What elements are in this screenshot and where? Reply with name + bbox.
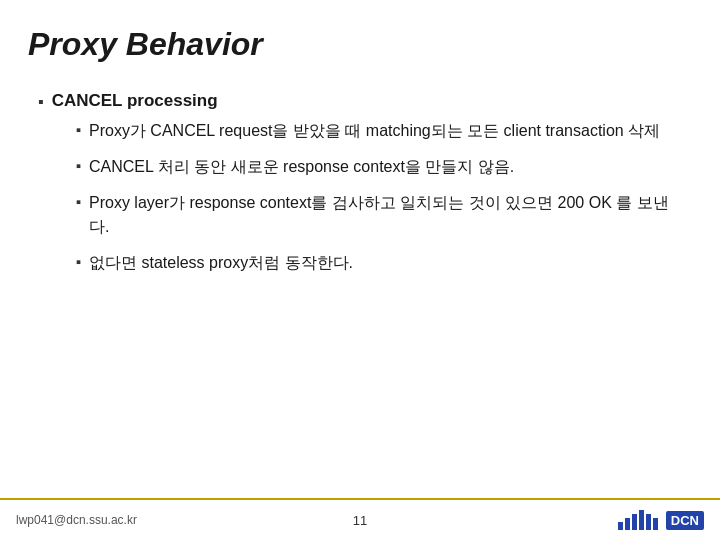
footer: lwp041@dcn.ssu.ac.kr 11 DCN <box>0 498 720 540</box>
level1-content: CANCEL processing ▪ Proxy가 CANCEL reques… <box>52 91 684 287</box>
page-title: Proxy Behavior <box>28 26 684 63</box>
item-text-3: Proxy layer가 response context를 검사하고 일치되는… <box>89 191 684 239</box>
content-area: ▪ CANCEL processing ▪ Proxy가 CANCEL requ… <box>38 91 684 287</box>
footer-logo: DCN <box>618 510 704 530</box>
list-item: ▪ Proxy layer가 response context를 검사하고 일치… <box>76 191 684 239</box>
item-text-4: 없다면 stateless proxy처럼 동작한다. <box>89 251 353 275</box>
level1-label: CANCEL processing <box>52 91 218 110</box>
bullet2-icon: ▪ <box>76 157 81 174</box>
item-text-1: Proxy가 CANCEL request을 받았을 때 matching되는 … <box>89 119 660 143</box>
footer-email: lwp041@dcn.ssu.ac.kr <box>16 513 137 527</box>
list-item: ▪ 없다면 stateless proxy처럼 동작한다. <box>76 251 684 275</box>
bullet2-icon: ▪ <box>76 253 81 270</box>
dcn-bars-icon <box>618 510 658 530</box>
bar5 <box>646 514 651 530</box>
bullet-icon: ▪ <box>38 93 44 111</box>
level2-list: ▪ Proxy가 CANCEL request을 받았을 때 matching되… <box>76 119 684 275</box>
level1-item: ▪ CANCEL processing ▪ Proxy가 CANCEL requ… <box>38 91 684 287</box>
bar1 <box>618 522 623 530</box>
bar6 <box>653 518 658 530</box>
bullet2-icon: ▪ <box>76 193 81 210</box>
dcn-logo-text: DCN <box>666 511 704 530</box>
list-item: ▪ Proxy가 CANCEL request을 받았을 때 matching되… <box>76 119 684 143</box>
page: Proxy Behavior ▪ CANCEL processing ▪ Pro… <box>0 0 720 540</box>
bar2 <box>625 518 630 530</box>
bullet2-icon: ▪ <box>76 121 81 138</box>
bar4 <box>639 510 644 530</box>
item-text-2: CANCEL 처리 동안 새로운 response context을 만들지 않… <box>89 155 514 179</box>
footer-page-number: 11 <box>353 513 367 528</box>
list-item: ▪ CANCEL 처리 동안 새로운 response context을 만들지… <box>76 155 684 179</box>
bar3 <box>632 514 637 530</box>
